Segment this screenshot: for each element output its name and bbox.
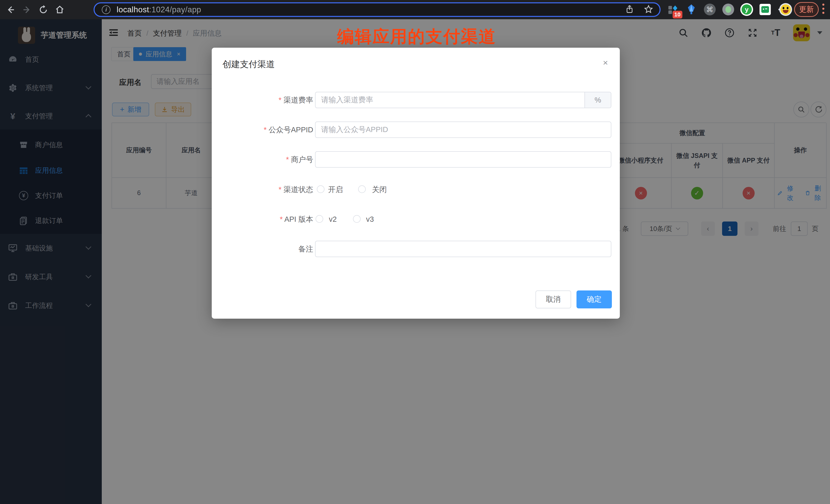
dialog-close-icon[interactable]: × [600, 57, 611, 68]
remark-input[interactable] [315, 241, 611, 257]
percent-suffix: % [584, 92, 611, 108]
share-icon[interactable] [625, 5, 634, 14]
cancel-button[interactable]: 取消 [536, 290, 571, 308]
rate-label: 渠道费率 [221, 92, 313, 108]
browser-reload-icon[interactable] [37, 4, 49, 15]
browser-back-icon[interactable] [5, 4, 17, 15]
create-pay-channel-dialog: 创建支付渠道 × 渠道费率 请输入渠道费率 % 公众号APPID 请输入公众号A… [212, 48, 620, 319]
extension-badge: 10 [673, 11, 682, 19]
status-on-label[interactable]: 开启 [328, 181, 343, 198]
merchant-label: 商户号 [221, 151, 313, 168]
appid-label: 公众号APPID [221, 122, 313, 138]
merchant-input[interactable] [315, 151, 611, 168]
status-off-label[interactable]: 关闭 [372, 181, 387, 198]
address-bar[interactable]: i localhost:1024/pay/app [94, 2, 661, 17]
extension-icon-5[interactable]: y [740, 3, 753, 16]
confirm-button[interactable]: 确定 [576, 290, 612, 308]
extension-icon-4[interactable] [722, 3, 735, 16]
dialog-title: 创建支付渠道 [223, 58, 275, 70]
browser-chrome: i localhost:1024/pay/app 10 ⌘ y 更新 [0, 0, 830, 19]
site-info-icon[interactable]: i [102, 5, 110, 14]
api-v2-label[interactable]: v2 [329, 211, 337, 227]
extension-icon-3[interactable]: ⌘ [703, 3, 716, 16]
status-label: 渠道状态 [221, 181, 313, 198]
url-text: localhost:1024/pay/app [117, 5, 201, 14]
api-version-label: API 版本 [221, 211, 313, 227]
browser-home-icon[interactable] [54, 4, 66, 15]
status-off-radio[interactable] [358, 185, 366, 193]
extension-icon-1[interactable]: 10 [667, 3, 679, 16]
remark-label: 备注 [221, 241, 313, 257]
appid-input[interactable]: 请输入公众号APPID [315, 122, 611, 138]
bookmark-star-icon[interactable] [644, 5, 653, 14]
api-v3-radio[interactable] [353, 215, 361, 223]
browser-update-button[interactable]: 更新 [794, 2, 819, 17]
extension-icon-2[interactable] [685, 3, 698, 16]
api-v3-label[interactable]: v3 [366, 211, 374, 227]
browser-menu-icon[interactable] [822, 4, 825, 14]
rate-input[interactable]: 请输入渠道费率 % [315, 92, 611, 108]
browser-forward-icon[interactable] [21, 4, 33, 15]
status-on-radio[interactable] [317, 185, 324, 193]
profile-emoji-icon[interactable] [779, 3, 792, 16]
api-v2-radio[interactable] [316, 215, 323, 223]
annotation-text: 编辑应用的支付渠道 [337, 25, 496, 48]
extension-icon-6[interactable] [759, 3, 772, 16]
